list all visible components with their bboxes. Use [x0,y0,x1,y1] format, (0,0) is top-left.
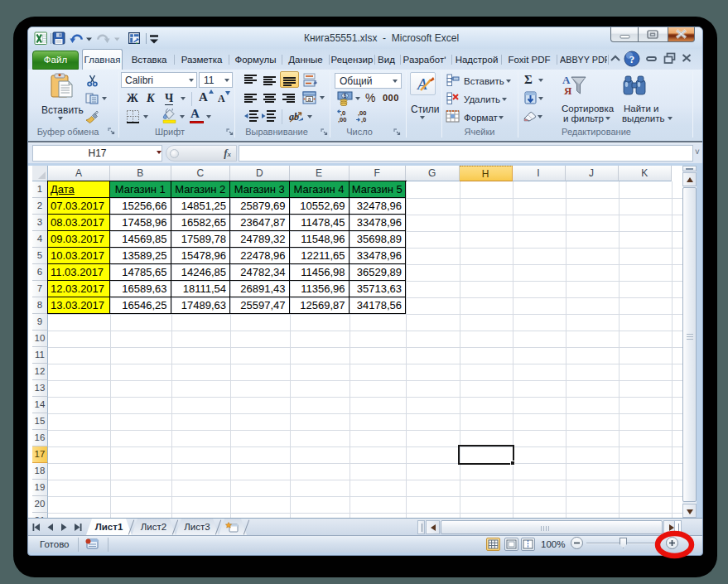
svg-text:,0: ,0 [361,116,366,123]
svg-text:a: a [308,96,311,102]
svg-text:$: $ [344,93,347,99]
svg-text:Я: Я [564,84,572,97]
svg-text:,00: ,00 [338,116,346,123]
svg-text:?: ? [629,53,635,65]
